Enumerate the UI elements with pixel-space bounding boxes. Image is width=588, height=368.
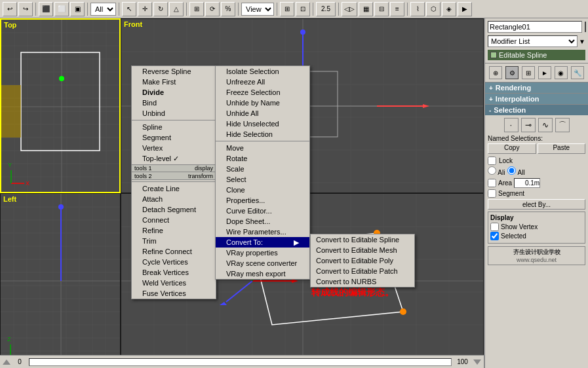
menu-dope-sheet[interactable]: Dope Sheet... xyxy=(216,216,309,227)
rollout-rendering-header[interactable]: + Rendering xyxy=(485,83,588,93)
menu-properties[interactable]: Properties... xyxy=(216,195,309,206)
menu-detach-segment[interactable]: Detach Segment xyxy=(132,204,216,215)
select-by-btn[interactable]: elect By... xyxy=(488,199,585,210)
align-btn[interactable]: ⊟ xyxy=(374,2,389,16)
viewport-config-btn[interactable]: ⊞ xyxy=(280,2,294,16)
timeline-bar[interactable] xyxy=(29,358,452,366)
modifier-list-arrow[interactable]: ▼ xyxy=(579,38,585,45)
angle-snap-btn[interactable]: ⟳ xyxy=(205,2,220,16)
menu-hide-unselected[interactable]: Hide Unselected xyxy=(216,119,309,129)
menu-toplevel[interactable]: Top-level ✓ xyxy=(132,153,216,164)
menu-weld-vertices[interactable]: Weld Vertices xyxy=(132,278,216,288)
menu-wire-parameters[interactable]: Wire Parameters... xyxy=(216,227,309,237)
menu-freeze-selection[interactable]: Freeze Selection xyxy=(216,87,309,98)
create-icon[interactable]: ⊕ xyxy=(489,66,502,79)
rotate-btn[interactable]: ↻ xyxy=(153,2,168,16)
menu-select[interactable]: Select xyxy=(216,174,309,185)
percent-snap-btn[interactable]: % xyxy=(221,2,235,16)
display-icon[interactable]: ◉ xyxy=(555,66,568,79)
selected-checkbox[interactable] xyxy=(490,232,499,240)
menu-vray-mesh-export[interactable]: VRay mesh export xyxy=(216,268,309,279)
menu-trim[interactable]: Trim xyxy=(132,236,216,246)
menu-curve-editor[interactable]: Curve Editor... xyxy=(216,206,309,216)
menu-scale[interactable]: Scale xyxy=(216,164,309,174)
segment-checkbox[interactable] xyxy=(488,189,496,198)
menu-move[interactable]: Move xyxy=(216,143,309,153)
motion-icon[interactable]: ► xyxy=(538,66,551,79)
menu-create-line[interactable]: Create Line xyxy=(132,183,216,194)
next-frame-btn[interactable] xyxy=(473,359,481,365)
menu-vertex[interactable]: Vertex xyxy=(132,143,216,153)
vertex-icon[interactable]: · xyxy=(504,118,519,132)
submenu-editable-mesh[interactable]: Convert to Editable Mesh xyxy=(311,245,414,255)
menu-spline[interactable]: Spline xyxy=(132,122,216,132)
schematic-btn[interactable]: ⬡ xyxy=(426,2,441,16)
menu-connect[interactable]: Connect xyxy=(132,215,216,225)
menu-reverse-spline[interactable]: Reverse Spline xyxy=(132,66,216,77)
menu-isolate-selection[interactable]: Isolate Selection xyxy=(216,66,309,77)
ali-radio[interactable] xyxy=(488,166,496,175)
prev-frame-btn[interactable] xyxy=(3,359,10,365)
menu-vray-scene-converter[interactable]: VRay scene converter xyxy=(216,258,309,268)
spline-icon[interactable]: ∿ xyxy=(538,118,553,132)
select-all-btn[interactable]: ▣ xyxy=(70,2,85,16)
snap-btn[interactable]: ⊞ xyxy=(189,2,204,16)
modifier-checkbox[interactable] xyxy=(490,52,497,58)
area-input[interactable] xyxy=(514,178,540,188)
object-name-input[interactable] xyxy=(488,21,582,33)
lock-checkbox[interactable] xyxy=(488,156,496,165)
submenu-editable-poly[interactable]: Convert to Editable Poly xyxy=(311,255,414,266)
render-btn[interactable]: ▶ xyxy=(458,2,472,16)
area-checkbox[interactable] xyxy=(488,179,496,187)
menu-segment[interactable]: Segment xyxy=(132,132,216,143)
object-color-swatch[interactable] xyxy=(585,22,586,32)
bezier-icon[interactable]: ⌒ xyxy=(555,118,570,132)
layer-btn[interactable]: ≡ xyxy=(390,2,404,16)
editable-spline-item[interactable]: Editable Spline xyxy=(488,50,585,60)
safe-frames-btn[interactable]: ⊡ xyxy=(296,2,310,16)
menu-unbind[interactable]: Unbind xyxy=(132,108,216,119)
show-vertex-checkbox[interactable] xyxy=(490,223,499,231)
menu-refine-connect[interactable]: Refine Connect xyxy=(132,246,216,257)
hierarchy-icon[interactable]: ⊞ xyxy=(522,66,535,79)
copy-named-sel-btn[interactable]: Copy xyxy=(488,143,536,154)
select-region-btn[interactable]: ⬜ xyxy=(54,2,69,16)
select-btn[interactable]: ⬛ xyxy=(39,2,53,16)
curve-editor-btn[interactable]: ⌇ xyxy=(410,2,425,16)
menu-unhide-by-name[interactable]: Unhide by Name xyxy=(216,98,309,108)
viewport-left[interactable]: Left xyxy=(0,193,121,368)
scale-btn[interactable]: △ xyxy=(169,2,184,16)
mirror-btn[interactable]: ◁▷ xyxy=(342,2,357,16)
modify-icon[interactable]: ⚙ xyxy=(505,66,519,79)
menu-clone[interactable]: Clone xyxy=(216,185,309,195)
all-radio[interactable] xyxy=(507,166,516,175)
segment-icon[interactable]: ⊸ xyxy=(521,118,536,132)
modifier-list-dropdown[interactable]: Modifier List xyxy=(488,35,578,47)
material-editor-btn[interactable]: ◈ xyxy=(442,2,456,16)
view-dropdown[interactable]: View xyxy=(241,3,274,16)
menu-unfreeze-all[interactable]: Unfreeze All xyxy=(216,77,309,87)
submenu-editable-patch[interactable]: Convert to Editable Patch xyxy=(311,266,414,276)
menu-vray-properties[interactable]: VRay properties xyxy=(216,248,309,258)
menu-convert-to[interactable]: Convert To: xyxy=(216,237,309,248)
menu-make-first[interactable]: Make First xyxy=(132,77,216,87)
menu-divide[interactable]: Divide xyxy=(132,87,216,98)
menu-cycle-vertices[interactable]: Cycle Vertices xyxy=(132,257,216,267)
paste-named-sel-btn[interactable]: Paste xyxy=(538,143,586,154)
utilities-icon[interactable]: 🔧 xyxy=(571,66,584,79)
menu-break-vertices[interactable]: Break Vertices xyxy=(132,267,216,278)
menu-attach[interactable]: Attach xyxy=(132,194,216,204)
rollout-selection-header[interactable]: - Selection xyxy=(485,105,588,115)
move-btn[interactable]: ✛ xyxy=(138,2,152,16)
menu-unhide-all[interactable]: Unhide All xyxy=(216,108,309,119)
rollout-interpolation-header[interactable]: + Interpolation xyxy=(485,94,588,104)
array-btn[interactable]: ▦ xyxy=(359,2,373,16)
menu-refine[interactable]: Refine xyxy=(132,225,216,236)
menu-bind[interactable]: Bind xyxy=(132,98,216,108)
menu-fuse-vertices[interactable]: Fuse Vertices xyxy=(132,288,216,299)
menu-hide-selection[interactable]: Hide Selection xyxy=(216,129,309,139)
submenu-editable-spline[interactable]: Convert to Editable Spline xyxy=(311,234,414,245)
viewport-top[interactable]: Top xyxy=(0,18,121,193)
submenu-nurbs[interactable]: Convert to NURBS xyxy=(311,276,414,287)
undo-btn[interactable]: ↩ xyxy=(3,2,17,16)
